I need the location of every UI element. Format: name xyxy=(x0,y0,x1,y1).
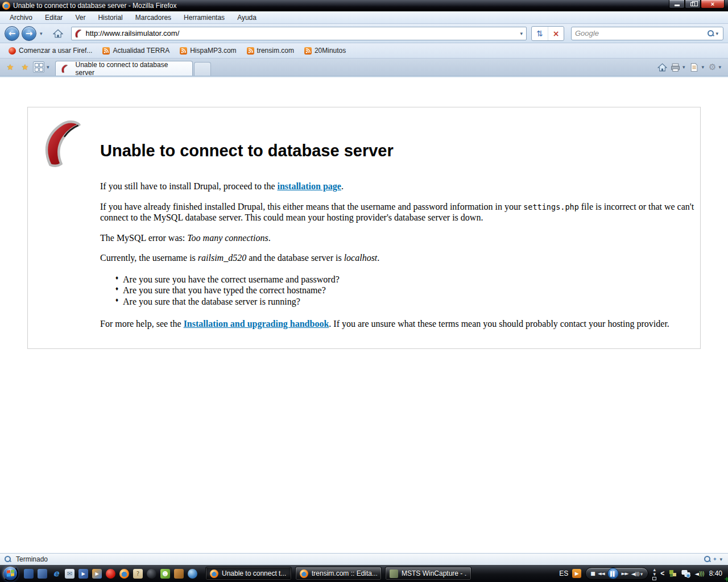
taskbar-button-trensim[interactable]: trensim.com :: Edita... xyxy=(295,567,382,580)
reload-icon: ⇅ xyxy=(536,29,543,38)
text: . xyxy=(268,233,271,243)
search-icon[interactable] xyxy=(708,30,714,37)
language-indicator[interactable]: ES xyxy=(559,569,568,577)
home-button[interactable] xyxy=(657,63,667,72)
tab-list-dropdown[interactable]: ▾ xyxy=(46,64,51,70)
print-button[interactable]: ▾ xyxy=(671,63,686,72)
url-input[interactable] xyxy=(86,29,519,38)
bookmark-star-button[interactable]: ★ xyxy=(3,61,17,73)
window-title: Unable to connect to database server - M… xyxy=(13,2,176,10)
add-bookmark-button[interactable]: ★+ xyxy=(18,61,32,73)
handbook-link[interactable]: Installation and upgrading handbook xyxy=(184,319,329,329)
forward-button[interactable]: → xyxy=(22,26,36,41)
volume-dropdown[interactable]: ▾ xyxy=(639,571,644,577)
system-tray: ES ▶ ■ ◄◄ ▌▌ ►► ◄)))▾ ▴ ▾ < ◄))) 8:40 xyxy=(559,567,726,580)
task-button-label: Unable to connect t... xyxy=(222,569,286,577)
grid-icon xyxy=(35,68,39,72)
tools-button[interactable]: ⚙▾ xyxy=(709,62,722,72)
app-dark-icon[interactable] xyxy=(147,569,156,579)
site-favicon xyxy=(74,29,83,38)
media-pause-button[interactable]: ▌▌ xyxy=(607,568,619,579)
start-button[interactable] xyxy=(2,566,18,581)
opera-icon[interactable] xyxy=(106,569,115,579)
media-next-button[interactable]: ►► xyxy=(622,571,628,576)
active-tab[interactable]: Unable to connect to database server xyxy=(55,61,193,76)
media-player-icon[interactable]: ▶ xyxy=(92,569,102,579)
text: For more help, see the xyxy=(100,319,184,329)
mail-icon[interactable]: ✉ xyxy=(65,569,75,579)
print-dropdown[interactable]: ▾ xyxy=(681,64,686,70)
tab-list-button[interactable] xyxy=(33,61,44,73)
paragraph-mysql-error: The MySQL error was: Too many connection… xyxy=(100,232,694,244)
windows-logo-icon xyxy=(7,569,14,577)
globe-icon[interactable] xyxy=(188,569,197,579)
firefox-bookmark-icon xyxy=(9,47,16,55)
help-home-icon[interactable]: ? xyxy=(133,569,143,579)
bookmark-actualidad-terra[interactable]: Actualidad TERRA xyxy=(98,45,173,56)
url-bar[interactable]: ▾ xyxy=(71,27,527,40)
wmp-tray-icon[interactable]: ▶ xyxy=(572,569,581,578)
page-dropdown[interactable]: ▾ xyxy=(700,64,705,70)
firefox-icon[interactable] xyxy=(119,569,129,579)
search-input[interactable] xyxy=(575,29,708,38)
zoom-icon[interactable] xyxy=(704,556,711,563)
menu-ver[interactable]: Ver xyxy=(69,12,92,23)
media-volume-button[interactable]: ◄)))▾ xyxy=(631,571,643,577)
network-icon[interactable] xyxy=(681,569,690,578)
minimize-button[interactable] xyxy=(669,0,685,9)
media-previous-button[interactable]: ◄◄ xyxy=(598,571,605,576)
volume-tray-icon[interactable]: ◄))) xyxy=(694,571,704,577)
internet-explorer-icon[interactable]: e xyxy=(51,569,61,579)
title-bar[interactable]: Unable to connect to database server - M… xyxy=(0,0,728,11)
bookmark-trensim[interactable]: trensim.com xyxy=(243,45,298,56)
reload-button[interactable]: ⇅ xyxy=(532,27,548,40)
menu-archivo[interactable]: Archivo xyxy=(3,12,39,23)
media-player-toolbar: ■ ◄◄ ▌▌ ►► ◄)))▾ xyxy=(585,567,648,580)
switch-windows-icon[interactable] xyxy=(38,569,47,579)
new-tab-stub[interactable] xyxy=(194,62,211,76)
taskbar-button-wincapture[interactable]: MSTS WinCapture - ... xyxy=(385,567,471,580)
checklist: Are you sure you have the correct userna… xyxy=(100,274,694,307)
menu-herramientas[interactable]: Herramientas xyxy=(177,12,231,23)
rss-feed-icon xyxy=(247,47,254,55)
search-engine-dropdown[interactable]: ▾ xyxy=(714,31,719,36)
toolbar-expand-control[interactable]: ▴ ▾ xyxy=(652,567,656,580)
text: Currently, the username is xyxy=(100,253,198,263)
bookmark-label: HispaMP3.com xyxy=(190,47,236,55)
menu-editar[interactable]: Editar xyxy=(39,12,69,23)
home-icon xyxy=(657,63,667,72)
media-stop-button[interactable]: ■ xyxy=(590,571,595,576)
installation-page-link[interactable]: installation page xyxy=(277,181,341,191)
zoom-dropdown[interactable]: ▾ xyxy=(718,556,723,562)
url-dropdown[interactable]: ▾ xyxy=(519,31,524,36)
menu-historial[interactable]: Historial xyxy=(92,12,129,23)
taskbar-button-firefox-error[interactable]: Unable to connect t... xyxy=(205,567,292,580)
app-brown-icon[interactable] xyxy=(174,569,184,579)
back-button[interactable]: ← xyxy=(5,26,19,41)
tools-dropdown[interactable]: ▾ xyxy=(717,64,722,70)
close-button[interactable]: × xyxy=(701,0,725,9)
status-text: Terminado xyxy=(16,555,48,563)
maximize-button[interactable] xyxy=(685,0,701,9)
history-dropdown[interactable]: ▾ xyxy=(39,31,44,36)
minimize-icon xyxy=(675,5,680,6)
home-button-nav[interactable] xyxy=(51,27,65,40)
messenger-icon[interactable]: ☻ xyxy=(160,569,170,579)
menu-ayuda[interactable]: Ayuda xyxy=(231,12,263,23)
settings-php-code: settings.php xyxy=(523,202,579,211)
tray-collapse-chevron[interactable]: < xyxy=(660,569,664,577)
bookmark-20minutos[interactable]: 20Minutos xyxy=(300,45,350,56)
plus-icon: + xyxy=(724,575,728,582)
tray-app-icon[interactable] xyxy=(668,569,677,578)
search-box[interactable]: ▾ xyxy=(571,27,723,40)
show-desktop-icon[interactable] xyxy=(24,569,34,579)
status-search-icon[interactable] xyxy=(5,556,11,563)
firefox-icon xyxy=(300,569,308,578)
stop-button[interactable]: × xyxy=(548,27,564,40)
bookmark-hispamp3[interactable]: HispaMP3.com xyxy=(176,45,240,56)
bookmark-getting-started[interactable]: Comenzar a usar Firef... xyxy=(5,45,96,56)
toolbar-right-buttons: ▾ ▾ ⚙▾ xyxy=(657,59,725,76)
menu-marcadores[interactable]: Marcadores xyxy=(129,12,177,23)
page-button[interactable]: ▾ xyxy=(689,63,705,72)
media-library-icon[interactable]: ▶ xyxy=(78,569,88,579)
